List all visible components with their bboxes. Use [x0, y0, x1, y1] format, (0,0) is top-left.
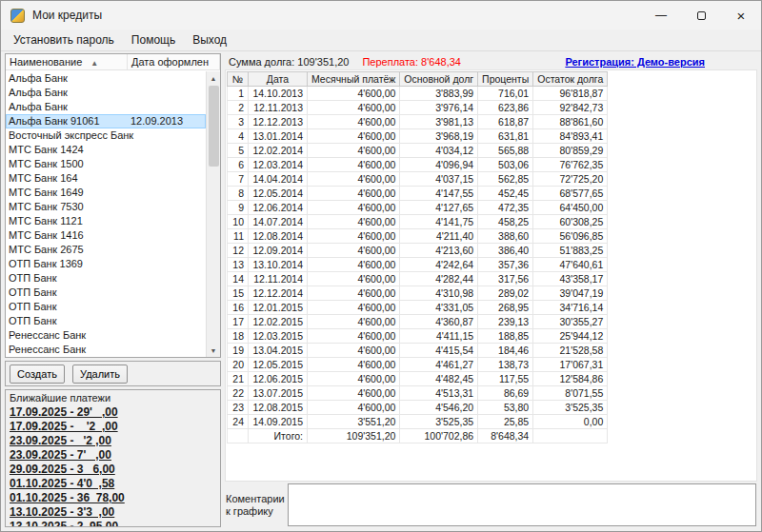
- credit-list-item[interactable]: МТС Банк 2675: [6, 243, 206, 257]
- credit-date: [128, 257, 206, 271]
- close-button[interactable]: ×: [721, 1, 761, 30]
- scroll-down-icon[interactable]: ▼: [207, 344, 221, 357]
- schedule-row[interactable]: 7 14.04.2014 4'600,00 4'037,15 562,85 72…: [228, 172, 608, 187]
- schedule-row[interactable]: 1 14.10.2013 4'600,00 3'883,99 716,01 96…: [228, 87, 608, 101]
- menu-item[interactable]: Помощь: [123, 30, 184, 49]
- schedule-row[interactable]: 18 12.03.2015 4'600,00 4'411,15 188,85 2…: [228, 329, 608, 344]
- credit-list-item[interactable]: Альфа Банк: [6, 71, 206, 86]
- credit-list-item[interactable]: ОТП Банк: [6, 314, 206, 328]
- upcoming-payment[interactable]: 23.09.2025 - '2 ,00: [10, 434, 216, 448]
- scroll-up-icon[interactable]: ▲: [207, 71, 221, 85]
- delete-button[interactable]: Удалить: [72, 365, 128, 384]
- schedule-row[interactable]: 9 12.06.2014 4'600,00 4'127,65 472,35 64…: [228, 201, 608, 215]
- schedule-row[interactable]: 4 13.01.2014 4'600,00 3'968,19 631,81 84…: [228, 129, 608, 144]
- upcoming-payment[interactable]: 01.10.2025 - 4'0 ,58: [10, 477, 216, 491]
- menu-item[interactable]: Выход: [184, 30, 235, 49]
- column-header-name[interactable]: Наименование ▲: [6, 54, 128, 69]
- credit-list-item[interactable]: Ренессанс Банк: [6, 343, 206, 357]
- upcoming-payments-list: 17.09.2025 - 29' ,0017.09.2025 - '2 ,002…: [10, 405, 216, 527]
- schedule-row[interactable]: 16 12.01.2015 4'600,00 4'331,05 268,95 3…: [228, 301, 608, 315]
- credit-list-item[interactable]: ОТП Банк: [6, 271, 206, 286]
- column-header-balance[interactable]: Остаток долга: [533, 72, 608, 87]
- app-icon: [10, 9, 25, 23]
- schedule-row[interactable]: 23 12.08.2015 4'600,00 4'546,20 53,80 3'…: [228, 401, 608, 415]
- comments-input[interactable]: [288, 483, 756, 526]
- schedule-row[interactable]: 5 12.02.2014 4'600,00 4'034,12 565,88 80…: [228, 144, 608, 158]
- upcoming-payment[interactable]: 17.09.2025 - '2 ,00: [10, 420, 216, 434]
- schedule-row[interactable]: 10 14.07.2014 4'600,00 4'141,75 458,25 6…: [228, 215, 608, 229]
- credit-list-item[interactable]: МТС Банк 1424: [6, 143, 206, 157]
- schedule-row[interactable]: 15 12.12.2014 4'600,00 4'310,98 289,02 3…: [228, 286, 608, 301]
- overpayment-label: Переплата: 8'648,34: [362, 56, 461, 68]
- interest-cell: 388,60: [478, 229, 533, 244]
- schedule-row[interactable]: 6 12.03.2014 4'600,00 4'096,94 503,06 76…: [228, 158, 608, 172]
- schedule-row[interactable]: 2 12.11.2013 4'600,00 3'976,14 623,86 92…: [228, 101, 608, 115]
- schedule-row[interactable]: 21 12.06.2015 4'600,00 4'482,45 117,55 1…: [228, 372, 608, 386]
- schedule-row[interactable]: 17 12.02.2015 4'600,00 4'360,87 239,13 3…: [228, 315, 608, 329]
- schedule-row[interactable]: 24 14.09.2015 3'551,20 3'525,35 25,85 0,…: [228, 415, 608, 429]
- credit-list-item[interactable]: МТС Банк 1500: [6, 157, 206, 171]
- schedule-row[interactable]: 14 12.11.2014 4'600,00 4'282,44 317,56 4…: [228, 272, 608, 286]
- schedule-row[interactable]: 19 13.04.2015 4'600,00 4'415,54 184,46 2…: [228, 344, 608, 358]
- row-number-cell: 9: [228, 201, 249, 215]
- credit-list-item[interactable]: МТС Банк 1416: [6, 228, 206, 243]
- create-button[interactable]: Создать: [10, 365, 65, 384]
- credit-date: [128, 143, 206, 157]
- credit-list-item[interactable]: Альфа Банк: [6, 100, 206, 114]
- credit-name: Альфа Банк: [6, 71, 128, 86]
- row-number-cell: 21: [228, 372, 249, 386]
- payment-cell: 4'600,00: [308, 315, 400, 329]
- credit-name: Ренессанс Банк: [6, 343, 128, 357]
- schedule-row[interactable]: 3 12.12.2013 4'600,00 3'981,13 618,87 88…: [228, 115, 608, 129]
- principal-cell: 4'147,55: [400, 187, 478, 201]
- principal-cell: 4'482,45: [400, 372, 478, 386]
- credit-name: ОТП Банк: [6, 314, 128, 328]
- upcoming-payment[interactable]: 13.10.2025 - 2 95,00: [10, 520, 216, 527]
- upcoming-payment[interactable]: 23.09.2025 - 7' ,00: [10, 448, 216, 463]
- row-number-cell: 15: [228, 286, 249, 301]
- credit-list-item[interactable]: Ренессанс Банк: [6, 328, 206, 343]
- column-header-payment[interactable]: Месячный платёж: [308, 72, 400, 87]
- upcoming-payment[interactable]: 01.10.2025 - 36 78,00: [10, 491, 216, 505]
- schedule-row[interactable]: 11 12.08.2014 4'600,00 4'211,40 388,60 5…: [228, 229, 608, 244]
- credit-list-item[interactable]: МТС Банк 164: [6, 171, 206, 186]
- credit-list-item[interactable]: МТС Банк 1121: [6, 214, 206, 228]
- credit-list-item[interactable]: ОТП Банк 1369: [6, 257, 206, 271]
- credit-date: [128, 71, 206, 86]
- date-cell: 12.09.2014: [249, 244, 308, 258]
- credit-list-item[interactable]: ОТП Банк: [6, 286, 206, 300]
- column-header-principal[interactable]: Основной долг: [400, 72, 478, 87]
- schedule-row[interactable]: 8 12.05.2014 4'600,00 4'147,55 452,45 68…: [228, 187, 608, 201]
- column-header-interest[interactable]: Проценты: [478, 72, 533, 87]
- date-cell: 12.08.2014: [249, 229, 308, 244]
- credit-list-item[interactable]: Восточный экспресс Банк: [6, 128, 206, 143]
- registration-link[interactable]: Регистрация: Демо-версия: [565, 56, 705, 68]
- principal-cell: 4'037,15: [400, 172, 478, 187]
- credits-list: Альфа Банк Альфа Банк Альфа Банк: [6, 71, 206, 357]
- upcoming-payment[interactable]: 13.10.2025 - 3'3 ,00: [10, 505, 216, 520]
- menu-item[interactable]: Установить пароль: [5, 30, 123, 49]
- upcoming-payment[interactable]: 17.09.2025 - 29' ,00: [10, 405, 216, 420]
- scrollbar-thumb[interactable]: [209, 86, 219, 167]
- minimize-button[interactable]: —: [641, 1, 681, 30]
- payment-cell: 4'600,00: [308, 401, 400, 415]
- credit-date: [128, 86, 206, 100]
- credit-list-item[interactable]: Альфа Банк: [6, 86, 206, 100]
- credit-list-item[interactable]: МТС Банк 1649: [6, 186, 206, 200]
- schedule-row[interactable]: 13 13.10.2014 4'600,00 4'242,64 357,36 4…: [228, 258, 608, 272]
- schedule-row[interactable]: 20 12.05.2015 4'600,00 4'461,27 138,73 1…: [228, 358, 608, 372]
- credit-list-item[interactable]: МТС Банк 7530: [6, 200, 206, 214]
- credits-scrollbar[interactable]: ▲ ▼: [206, 71, 220, 357]
- schedule-row[interactable]: 22 13.07.2015 4'600,00 4'513,31 86,69 8'…: [228, 386, 608, 401]
- maximize-button[interactable]: [681, 1, 721, 30]
- row-number-cell: 4: [228, 129, 249, 144]
- credit-list-item[interactable]: ОТП Банк: [6, 300, 206, 314]
- column-header-date[interactable]: Дата оформлен: [128, 54, 220, 69]
- credit-list-item[interactable]: Альфа Банк 91061 12.09.2013: [6, 114, 206, 128]
- column-header-date[interactable]: Дата: [249, 72, 308, 87]
- column-header-number[interactable]: №: [228, 72, 249, 87]
- schedule-row[interactable]: 12 12.09.2014 4'600,00 4'213,60 386,40 5…: [228, 244, 608, 258]
- date-cell: 12.05.2014: [249, 187, 308, 201]
- date-cell: 12.03.2015: [249, 329, 308, 344]
- upcoming-payment[interactable]: 29.09.2025 - 3 6,00: [10, 463, 216, 477]
